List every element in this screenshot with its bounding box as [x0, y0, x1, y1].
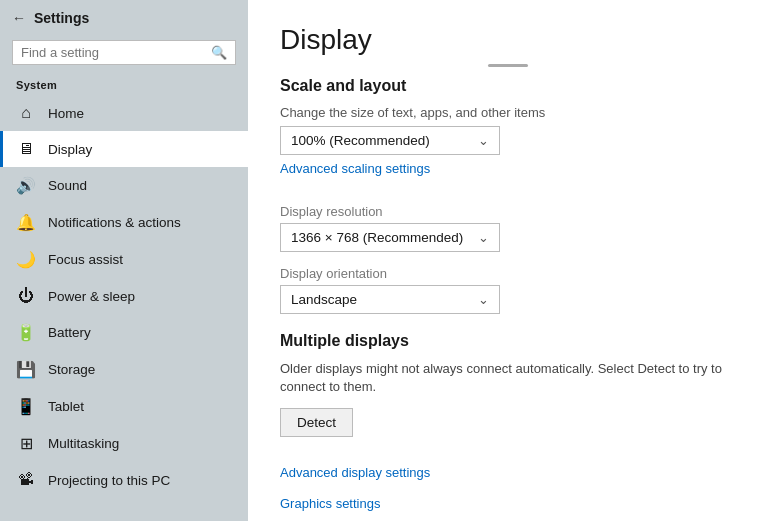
search-icon: 🔍: [211, 45, 227, 60]
sidebar-item-home[interactable]: ⌂ Home: [0, 95, 248, 131]
scale-chevron-icon: ⌄: [478, 133, 489, 148]
page-title: Display: [280, 24, 736, 56]
resolution-value: 1366 × 768 (Recommended): [291, 230, 463, 245]
resolution-chevron-icon: ⌄: [478, 230, 489, 245]
sidebar-item-sound[interactable]: 🔊 Sound: [0, 167, 248, 204]
resolution-dropdown[interactable]: 1366 × 768 (Recommended) ⌄: [280, 223, 500, 252]
search-input[interactable]: [21, 45, 205, 60]
sidebar-item-label: Power & sleep: [48, 289, 135, 304]
orientation-chevron-icon: ⌄: [478, 292, 489, 307]
advanced-scaling-link[interactable]: Advanced scaling settings: [280, 161, 430, 176]
multiple-displays-description: Older displays might not always connect …: [280, 360, 736, 396]
sidebar-section-label: System: [0, 73, 248, 95]
scale-value: 100% (Recommended): [291, 133, 430, 148]
sound-icon: 🔊: [16, 176, 36, 195]
sidebar-item-label: Sound: [48, 178, 87, 193]
advanced-display-link[interactable]: Advanced display settings: [280, 465, 430, 480]
sidebar-item-projecting[interactable]: 📽 Projecting to this PC: [0, 462, 248, 498]
sidebar-item-battery[interactable]: 🔋 Battery: [0, 314, 248, 351]
sidebar-item-tablet[interactable]: 📱 Tablet: [0, 388, 248, 425]
scroll-indicator: [488, 64, 528, 67]
sidebar-item-label: Notifications & actions: [48, 215, 181, 230]
orientation-dropdown[interactable]: Landscape ⌄: [280, 285, 500, 314]
display-icon: 🖥: [16, 140, 36, 158]
sidebar-item-focus[interactable]: 🌙 Focus assist: [0, 241, 248, 278]
power-icon: ⏻: [16, 287, 36, 305]
scale-dropdown[interactable]: 100% (Recommended) ⌄: [280, 126, 500, 155]
change-size-label: Change the size of text, apps, and other…: [280, 105, 736, 120]
sidebar-item-label: Focus assist: [48, 252, 123, 267]
sidebar-item-label: Storage: [48, 362, 95, 377]
sidebar-item-display[interactable]: 🖥 Display: [0, 131, 248, 167]
home-icon: ⌂: [16, 104, 36, 122]
sidebar-item-label: Home: [48, 106, 84, 121]
resolution-label: Display resolution: [280, 204, 736, 219]
notifications-icon: 🔔: [16, 213, 36, 232]
sidebar-item-label: Projecting to this PC: [48, 473, 170, 488]
sidebar-item-label: Battery: [48, 325, 91, 340]
sidebar-item-power[interactable]: ⏻ Power & sleep: [0, 278, 248, 314]
sidebar-item-storage[interactable]: 💾 Storage: [0, 351, 248, 388]
detect-button[interactable]: Detect: [280, 408, 353, 437]
sidebar-item-multitasking[interactable]: ⊞ Multitasking: [0, 425, 248, 462]
multitasking-icon: ⊞: [16, 434, 36, 453]
projecting-icon: 📽: [16, 471, 36, 489]
tablet-icon: 📱: [16, 397, 36, 416]
focus-icon: 🌙: [16, 250, 36, 269]
sidebar: ← Settings 🔍 System ⌂ Home 🖥 Display 🔊 S…: [0, 0, 248, 521]
graphics-settings-link[interactable]: Graphics settings: [280, 496, 380, 511]
main-content: Display Scale and layout Change the size…: [248, 0, 768, 521]
storage-icon: 💾: [16, 360, 36, 379]
search-box[interactable]: 🔍: [12, 40, 236, 65]
scale-layout-heading: Scale and layout: [280, 77, 736, 95]
orientation-label: Display orientation: [280, 266, 736, 281]
multiple-displays-heading: Multiple displays: [280, 332, 736, 350]
back-button[interactable]: ← Settings: [0, 0, 248, 36]
sidebar-item-label: Tablet: [48, 399, 84, 414]
sidebar-item-label: Multitasking: [48, 436, 119, 451]
orientation-value: Landscape: [291, 292, 357, 307]
sidebar-title: Settings: [34, 10, 89, 26]
battery-icon: 🔋: [16, 323, 36, 342]
back-icon: ←: [12, 10, 26, 26]
sidebar-item-notifications[interactable]: 🔔 Notifications & actions: [0, 204, 248, 241]
sidebar-item-label: Display: [48, 142, 92, 157]
